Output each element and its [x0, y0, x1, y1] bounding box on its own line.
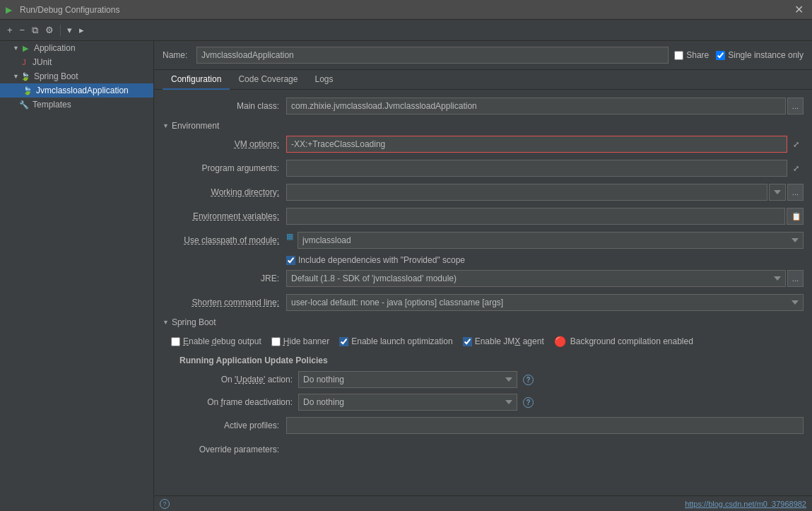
sidebar-item-templates-label: Templates	[33, 100, 71, 110]
include-deps-row: Include dependencies with "Provided" sco…	[163, 255, 804, 265]
frame-deactivation-row: On frame deactivation: Do nothing Update…	[180, 394, 804, 411]
program-args-row: Program arguments: ⤢	[163, 159, 804, 177]
include-deps-checkbox[interactable]	[286, 256, 295, 265]
env-vars-label: Environment variables:	[163, 211, 286, 221]
hide-banner-item: Hide banner	[271, 336, 329, 346]
single-instance-row: Single instance only	[716, 50, 804, 60]
program-args-input-group: ⤢	[286, 160, 804, 177]
right-panel: Name: Share Single instance only Configu…	[154, 41, 812, 511]
classpath-select[interactable]: jvmclassload	[298, 232, 804, 249]
frame-deactivation-help-icon[interactable]: ?	[523, 397, 534, 408]
enable-debug-item: Enable debug output	[171, 336, 261, 346]
vm-options-row: VM options: ⤢	[163, 135, 804, 153]
running-app-title: Running Application Update Policies	[180, 356, 804, 365]
environment-arrow-icon: ▼	[163, 122, 169, 129]
env-vars-browse-button[interactable]: 📋	[787, 208, 804, 225]
shorten-cmd-row: Shorten command line: user-local default…	[163, 293, 804, 312]
config-content: Main class: ... ▼ Environment VM options…	[154, 90, 812, 495]
main-class-row: Main class: ...	[163, 97, 804, 115]
active-profiles-input[interactable]	[286, 417, 804, 434]
help-button[interactable]: ?	[160, 499, 170, 509]
arrow-button[interactable]: ▸	[76, 23, 87, 37]
main-content: ▼ ▶ Application ▶ J JUnit ▼ 🍃 Spring Boo…	[0, 41, 812, 511]
working-dir-row: Working directory: ...	[163, 183, 804, 201]
enable-jmx-checkbox[interactable]	[463, 337, 472, 346]
working-dir-dropdown[interactable]	[769, 184, 786, 201]
enable-launch-checkbox[interactable]	[339, 337, 348, 346]
update-action-label: On 'Update' action:	[180, 375, 293, 384]
copy-button[interactable]: ⧉	[29, 23, 41, 37]
active-profiles-label: Active profiles:	[163, 421, 286, 430]
main-class-browse-button[interactable]: ...	[787, 98, 804, 114]
enable-debug-checkbox[interactable]	[171, 337, 180, 346]
name-row: Name: Share Single instance only	[154, 41, 812, 70]
include-deps-label[interactable]: Include dependencies with "Provided" sco…	[298, 255, 465, 265]
working-dir-input[interactable]	[286, 184, 767, 201]
jre-select[interactable]: Default (1.8 - SDK of 'jvmclassload' mod…	[286, 270, 786, 287]
name-input[interactable]	[196, 47, 669, 64]
environment-section-label: Environment	[172, 121, 219, 131]
enable-debug-label[interactable]: Enable debug output	[183, 336, 261, 346]
header-right: Share Single instance only	[674, 50, 804, 60]
window: ▶ Run/Debug Configurations ✕ + − ⧉ ⚙ ▾ ▸…	[0, 0, 812, 511]
spring-boot-arrow-icon: ▼	[163, 319, 169, 326]
tab-configuration[interactable]: Configuration	[163, 70, 230, 90]
frame-deactivation-select[interactable]: Do nothing Update classes and resources …	[298, 394, 517, 411]
program-args-expand-button[interactable]: ⤢	[789, 160, 804, 177]
sidebar-item-application[interactable]: ▼ ▶ Application	[0, 41, 153, 55]
vm-options-input[interactable]	[286, 136, 787, 153]
spring-boot-section-header[interactable]: ▼ Spring Boot	[163, 317, 804, 327]
sidebar-item-spring-boot[interactable]: ▼ 🍃 Spring Boot	[0, 69, 153, 83]
hide-banner-checkbox[interactable]	[271, 337, 281, 346]
vm-options-expand-button[interactable]: ⤢	[789, 136, 804, 153]
application-icon: ▶	[20, 44, 30, 53]
shorten-cmd-label: Shorten command line:	[163, 298, 286, 307]
remove-button[interactable]: −	[17, 23, 28, 37]
enable-launch-label[interactable]: Enable launch optimization	[351, 336, 452, 346]
bg-compilation-item: 🔴 Background compilation enabled	[554, 336, 693, 347]
close-button[interactable]: ✕	[792, 3, 806, 16]
tab-logs[interactable]: Logs	[306, 70, 341, 90]
running-app-section: Running Application Update Policies On '…	[163, 356, 804, 411]
override-params-label: Override parameters:	[163, 445, 286, 454]
jre-label: JRE:	[163, 274, 286, 283]
spring-boot-section-label: Spring Boot	[172, 317, 216, 327]
share-checkbox[interactable]	[674, 51, 683, 60]
update-action-select[interactable]: Do nothing Update classes and resources …	[298, 371, 517, 388]
name-label: Name:	[163, 50, 191, 60]
env-vars-input[interactable]	[286, 208, 785, 225]
add-button[interactable]: +	[4, 23, 16, 37]
env-vars-input-group: 📋	[286, 208, 804, 225]
program-args-label: Program arguments:	[163, 163, 286, 173]
tab-code-coverage[interactable]: Code Coverage	[230, 70, 306, 90]
env-vars-row: Environment variables: 📋	[163, 207, 804, 225]
toolbar: + − ⧉ ⚙ ▾ ▸	[0, 20, 812, 41]
working-dir-input-group: ...	[286, 184, 804, 201]
vm-options-input-group: ⤢	[286, 136, 804, 153]
more-button[interactable]: ▾	[64, 23, 75, 37]
share-label[interactable]: Share	[686, 50, 709, 60]
sidebar-item-templates[interactable]: ▶ 🔧 Templates	[0, 98, 153, 112]
spring-boot-checkboxes: Enable debug output Hide banner Enable l…	[163, 331, 804, 353]
sidebar-item-jvmclassload[interactable]: 🍃 JvmclassloadApplication	[0, 83, 153, 98]
main-class-input[interactable]	[286, 98, 786, 114]
single-instance-checkbox[interactable]	[716, 51, 725, 60]
environment-section-header[interactable]: ▼ Environment	[163, 121, 804, 131]
sidebar-item-junit[interactable]: ▶ J JUnit	[0, 55, 153, 69]
shorten-cmd-select[interactable]: user-local default: none - java [options…	[286, 294, 804, 311]
frame-deactivation-label: On frame deactivation:	[180, 397, 293, 407]
override-params-row: Override parameters:	[163, 440, 804, 459]
program-args-input[interactable]	[286, 160, 787, 177]
enable-jmx-label[interactable]: Enable JMX agent	[475, 336, 544, 346]
single-instance-label[interactable]: Single instance only	[728, 50, 804, 60]
tabs: Configuration Code Coverage Logs	[154, 70, 812, 90]
window-icon: ▶	[6, 5, 16, 15]
share-checkbox-row: Share	[674, 50, 709, 60]
jre-browse-button[interactable]: ...	[787, 270, 804, 287]
sidebar-item-spring-boot-label: Spring Boot	[34, 71, 78, 81]
gear-button[interactable]: ⚙	[42, 23, 57, 37]
hide-banner-label[interactable]: Hide banner	[283, 336, 329, 346]
working-dir-browse-button[interactable]: ...	[787, 184, 804, 201]
update-action-help-icon[interactable]: ?	[523, 375, 534, 385]
footer-link[interactable]: https://blog.csdn.net/m0_37968982	[685, 500, 806, 508]
